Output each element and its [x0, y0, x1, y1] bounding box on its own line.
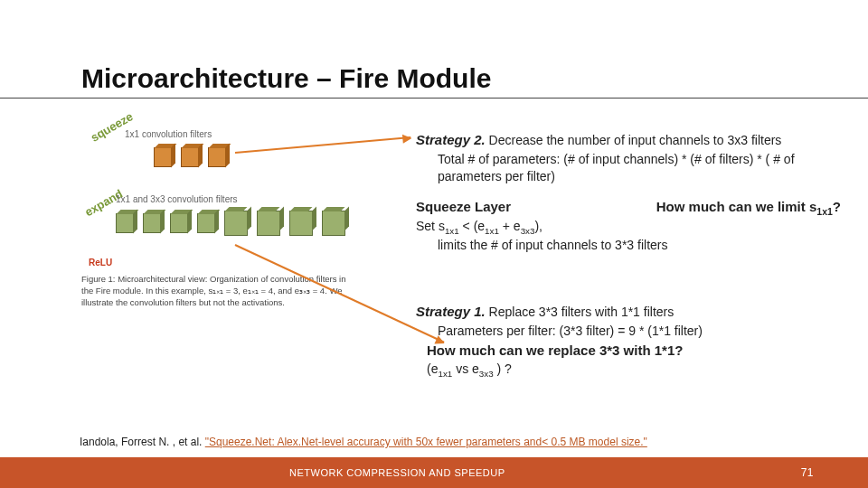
strategy1-text: Replace 3*3 filters with 1*1 filters: [489, 305, 675, 319]
citation-authors: Iandola, Forrest N. , et al.: [80, 436, 205, 448]
cube-icon: [224, 211, 248, 236]
expand-cubes: [116, 211, 345, 236]
content-area: Strategy 2. Decrease the number of input…: [416, 131, 841, 387]
conv1x1-3x3-label: 1x1 and 3x3 convolution filters: [116, 194, 238, 204]
citation-link[interactable]: "Squeeze.Net: Alex.Net-level accuracy wi…: [205, 436, 647, 448]
strategy2-block: Strategy 2. Decrease the number of input…: [416, 131, 841, 185]
strategy1-sub: Parameters per filter: (3*3 filter) = 9 …: [438, 323, 841, 340]
squeeze-line2: limits the # of input channels to 3*3 fi…: [438, 237, 841, 254]
strategy1-line3: (e1x1 vs e3x3 ) ?: [427, 361, 841, 380]
page-number: 71: [801, 466, 814, 479]
strategy1-head: Strategy 1.: [416, 304, 486, 319]
squeeze-block: Squeeze Layer How much can we limit s1x1…: [416, 198, 841, 254]
cube-icon: [143, 213, 161, 233]
fire-module-figure: squeeze expand 1x1 convolution filters 1…: [81, 122, 344, 308]
cube-icon: [181, 147, 199, 167]
footer-bar: NETWORK COMPRESSION AND SPEEDUP 71: [0, 457, 868, 488]
howmuch-replace: How much can we replace 3*3 with 1*1?: [427, 342, 841, 360]
page-title: Microarchitecture – Fire Module: [0, 0, 868, 99]
cube-icon: [170, 213, 188, 233]
cube-icon: [322, 211, 345, 236]
howmuch-limit: How much can we limit s1x1?: [656, 198, 841, 218]
strategy2-sub: Total # of parameters: (# of input chann…: [438, 151, 841, 185]
squeeze-line1: Set s1x1 < (e1x1 + e3x3),: [416, 218, 841, 237]
cube-icon: [257, 211, 280, 236]
strategy2-head: Strategy 2.: [416, 132, 486, 147]
conv1x1-label: 1x1 convolution filters: [125, 129, 212, 139]
strategy2-text: Decrease the number of input channels to…: [489, 133, 782, 147]
slide: Microarchitecture – Fire Module squeeze …: [0, 0, 868, 488]
cube-icon: [208, 147, 226, 167]
citation: Iandola, Forrest N. , et al. "Squeeze.Ne…: [80, 436, 647, 448]
cube-icon: [289, 211, 313, 236]
cube-icon: [197, 213, 215, 233]
cube-icon: [116, 213, 134, 233]
strategy1-block: Strategy 1. Replace 3*3 filters with 1*1…: [416, 303, 841, 379]
cube-icon: [154, 147, 172, 167]
figure-diagram: squeeze expand 1x1 convolution filters 1…: [81, 122, 344, 267]
relu-label: ReLU: [89, 258, 112, 267]
squeeze-head: Squeeze Layer: [416, 198, 511, 216]
squeeze-label: squeeze: [89, 109, 136, 145]
footer-label: NETWORK COMPRESSION AND SPEEDUP: [289, 467, 505, 478]
squeeze-cubes: [154, 147, 226, 167]
